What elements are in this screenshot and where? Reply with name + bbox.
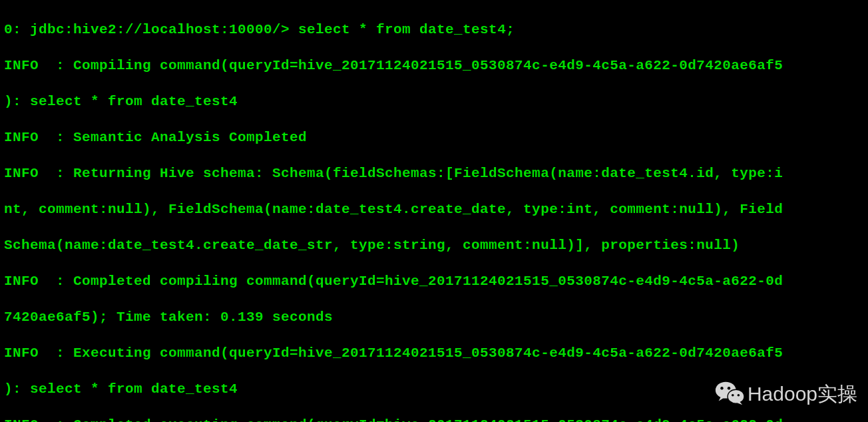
log-line: INFO : Compiling command(queryId=hive_20… — [4, 57, 864, 75]
log-line: nt, comment:null), FieldSchema(name:date… — [4, 200, 864, 218]
log-line: INFO : Completed compiling command(query… — [4, 272, 864, 290]
svg-point-3 — [728, 389, 744, 403]
svg-point-1 — [720, 387, 723, 389]
log-line: INFO : Returning Hive schema: Schema(fie… — [4, 164, 864, 182]
log-line: INFO : Semantic Analysis Completed — [4, 128, 864, 146]
svg-point-5 — [738, 394, 740, 397]
prompt: 0: jdbc:hive2://localhost:10000/> — [4, 22, 298, 37]
typed-command: select * from date_test4; — [298, 22, 515, 37]
svg-point-4 — [732, 394, 734, 397]
log-line: Schema(name:date_test4.create_date_str, … — [4, 236, 864, 254]
log-line: INFO : Executing command(queryId=hive_20… — [4, 344, 864, 362]
svg-point-2 — [728, 387, 730, 389]
wechat-icon — [714, 379, 745, 410]
prompt-line: 0: jdbc:hive2://localhost:10000/> select… — [4, 21, 864, 39]
log-line: 7420ae6af5); Time taken: 0.139 seconds — [4, 308, 864, 326]
watermark-text: Hadoop实操 — [748, 381, 857, 408]
log-line: INFO : Completed executing command(query… — [4, 416, 864, 422]
watermark: Hadoop实操 — [714, 379, 857, 410]
log-line: ): select * from date_test4 — [4, 93, 864, 110]
terminal-output[interactable]: 0: jdbc:hive2://localhost:10000/> select… — [0, 0, 868, 422]
